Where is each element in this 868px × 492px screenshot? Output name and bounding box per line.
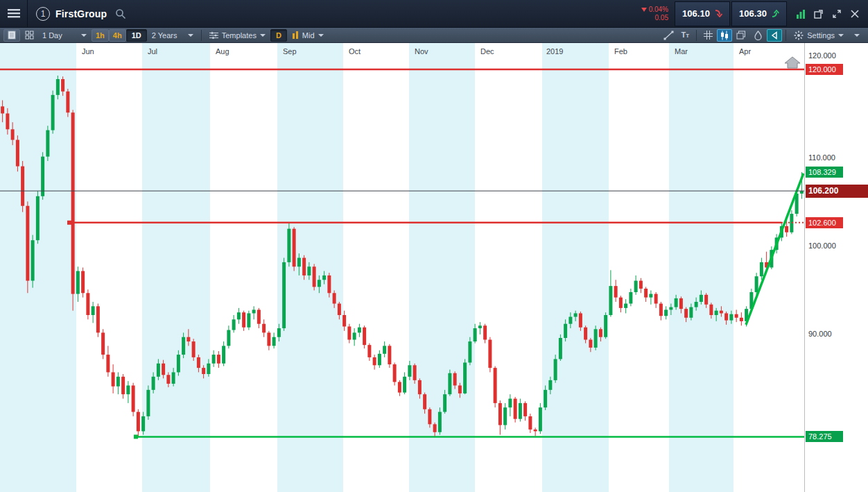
quick-interval-1h[interactable]: 1h [92,29,109,42]
price-level-badge[interactable]: 120.000 [806,64,843,75]
chevron-down-icon [854,34,860,37]
depth-bars-icon [796,9,806,19]
candlestick-style-button[interactable] [717,29,732,42]
candlestick-icon [720,31,729,40]
change-down-icon [641,8,647,12]
month-label: Aug [216,47,229,56]
month-label: Feb [614,47,627,56]
price-level-badge[interactable]: 102.600 [806,217,843,228]
price-change: 0.04% 0.05 [630,6,674,22]
price-type-icon [292,31,299,39]
chart-canvas[interactable]: JunJulAugSepOctNovDec2019FebMarApr [0,43,804,492]
window-number-badge: 1 [36,7,50,21]
month-label: 2019 [546,47,563,56]
back-button[interactable] [767,29,782,42]
hamburger-icon [8,9,20,18]
order-board-button[interactable] [3,29,20,42]
axis-label: 120.000 [808,51,836,60]
price-type-dropdown[interactable]: Mid [287,29,329,42]
grid-icon [704,31,713,40]
quick-interval-4h[interactable]: 4h [109,29,126,42]
price-level-badge[interactable]: 108.329 [806,167,843,178]
popout-button[interactable] [811,6,826,22]
close-button[interactable] [847,6,862,22]
templates-dropdown[interactable]: Templates [205,29,270,42]
price-type-label: Mid [302,31,315,40]
interval-dropdown[interactable]: 1 Day [37,29,92,42]
grid-toggle-button[interactable] [700,29,715,42]
interval-label: 1 Day [42,31,62,40]
layout-grid-icon [25,31,34,40]
chevron-down-icon [260,34,266,37]
text-tool-button[interactable]: TT [677,29,693,42]
market-depth-button[interactable] [793,6,808,22]
chevron-down-icon [81,34,87,37]
settings-label: Settings [807,31,835,40]
gear-icon [794,31,804,40]
axis-label: 100.000 [808,241,836,251]
toolbar-separator [785,30,786,41]
quick-interval-1d[interactable]: 1D [126,29,147,42]
search-icon [115,8,126,19]
month-stripes [0,43,734,492]
back-arrow-icon [770,31,779,40]
sell-arrow-icon [714,9,722,18]
toolbar-separator [201,30,202,41]
hamburger-menu-button[interactable] [0,0,28,28]
range-label: 2 Years [152,31,177,40]
month-label: Nov [415,47,428,56]
expand-icon [832,9,842,19]
month-label: Oct [349,47,361,56]
buy-arrow-icon [771,9,779,18]
change-percent: 0.04% [649,6,668,13]
trendline-icon [663,31,674,40]
chevron-down-icon [188,34,193,37]
chart-style-button[interactable]: D [270,29,287,42]
popout-icon [814,9,824,19]
chevron-down-icon [838,34,844,37]
close-icon [851,10,859,18]
toolbar-collapse-button[interactable] [849,29,865,42]
range-dropdown[interactable]: 2 Years [147,29,198,42]
sliders-icon [209,31,218,40]
document-icon [8,31,16,40]
change-value: 0.05 [635,14,668,22]
windows-button[interactable] [734,29,749,42]
candlestick-chart[interactable]: JunJulAugSepOctNovDec2019FebMarApr [0,43,804,492]
layout-button[interactable] [21,29,37,42]
trend-line[interactable] [746,173,804,325]
chart-toolbar: 1 Day 1h 4h 1D 2 Years Templates D Mid [0,28,868,43]
level-drag-handle[interactable] [67,221,71,225]
text-tool-icon: TT [681,31,689,39]
sell-price-button[interactable]: 106.10 [675,1,730,26]
buy-price: 106.30 [739,8,767,19]
level-drag-handle[interactable] [134,434,138,439]
color-tool-button[interactable] [750,29,765,42]
axis-label: 90.000 [808,329,832,339]
month-label: Sep [283,47,297,56]
month-label: Apr [739,47,751,56]
month-label: Jul [148,47,157,56]
window-titlebar: 1 FirstGroup 0.04% 0.05 106.10 106.30 [0,0,868,28]
search-button[interactable] [115,8,126,19]
maximize-button[interactable] [829,6,844,22]
axis-label: 110.000 [808,153,835,162]
settings-dropdown[interactable]: Settings [789,29,849,42]
price-level-badge[interactable]: 78.275 [806,431,843,442]
month-label: Dec [480,47,494,56]
layers-icon [736,31,746,40]
buy-price-button[interactable]: 106.30 [731,1,787,26]
trendline-tool-button[interactable] [661,29,676,42]
sell-price: 106.10 [682,8,710,19]
toolbar-separator [696,30,697,41]
month-label: Mar [675,47,688,56]
scroll-to-latest-icon[interactable] [785,57,800,68]
chevron-down-icon [318,34,324,37]
templates-label: Templates [222,31,257,40]
price-axis[interactable]: 120.000110.000100.00090.000120.000108.32… [804,43,868,492]
droplet-icon [754,31,762,40]
instrument-title: FirstGroup [55,8,107,19]
current-price-badge[interactable]: 106.200 [806,185,868,198]
month-label: Jun [82,47,94,56]
